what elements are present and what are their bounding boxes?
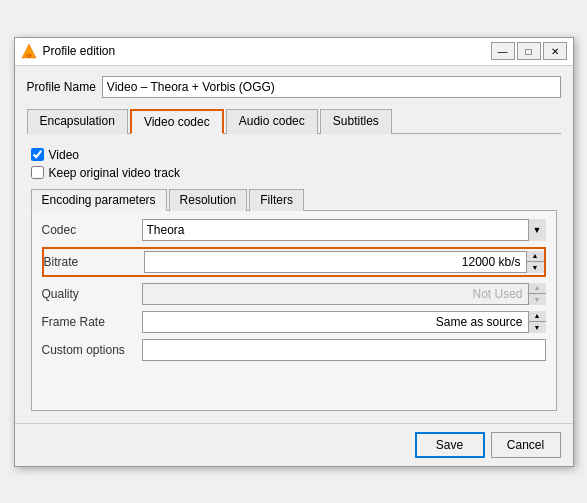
tab-encapsulation[interactable]: Encapsulation: [27, 109, 128, 134]
quality-label: Quality: [42, 287, 142, 301]
codec-select-wrapper: Theora ▼: [142, 219, 546, 241]
quality-input: [142, 283, 546, 305]
sub-tab-resolution[interactable]: Resolution: [169, 189, 248, 211]
tab-video-codec[interactable]: Video codec: [130, 109, 224, 134]
bitrate-down-button[interactable]: ▼: [527, 262, 544, 273]
quality-row: Quality ▲ ▼: [42, 283, 546, 305]
custom-options-input[interactable]: [142, 339, 546, 361]
video-codec-panel: Video Keep original video track Encoding…: [27, 142, 561, 411]
encoding-params-section: Codec Theora ▼ Bitrate: [31, 211, 557, 411]
window-title: Profile edition: [43, 44, 491, 58]
cancel-button[interactable]: Cancel: [491, 432, 561, 458]
profile-name-row: Profile Name: [27, 76, 561, 98]
framerate-spin-buttons: ▲ ▼: [528, 311, 546, 333]
main-tabs: Encapsulation Video codec Audio codec Su…: [27, 108, 561, 134]
profile-name-label: Profile Name: [27, 80, 96, 94]
video-checkbox[interactable]: [31, 148, 44, 161]
framerate-down-button[interactable]: ▼: [529, 322, 546, 333]
keep-original-checkbox[interactable]: [31, 166, 44, 179]
framerate-input[interactable]: [142, 311, 546, 333]
framerate-up-button[interactable]: ▲: [529, 311, 546, 323]
codec-label: Codec: [42, 223, 142, 237]
profile-name-input[interactable]: [102, 76, 561, 98]
tab-subtitles[interactable]: Subtitles: [320, 109, 392, 134]
vlc-icon: [21, 43, 37, 59]
profile-edition-window: Profile edition — □ ✕ Profile Name Encap…: [14, 37, 574, 467]
maximize-button[interactable]: □: [517, 42, 541, 60]
sub-tabs: Encoding parameters Resolution Filters: [31, 188, 557, 211]
custom-options-row: Custom options: [42, 339, 546, 361]
video-checkbox-label[interactable]: Video: [49, 148, 79, 162]
keep-original-label[interactable]: Keep original video track: [49, 166, 180, 180]
svg-rect-2: [27, 56, 31, 58]
minimize-button[interactable]: —: [491, 42, 515, 60]
bitrate-label: Bitrate: [44, 255, 144, 269]
bitrate-spinbox: ▲ ▼: [144, 251, 544, 273]
sub-tab-encoding[interactable]: Encoding parameters: [31, 189, 167, 211]
footer: Save Cancel: [15, 423, 573, 466]
framerate-label: Frame Rate: [42, 315, 142, 329]
window-controls: — □ ✕: [491, 42, 567, 60]
bitrate-highlight-box: Bitrate ▲ ▼: [42, 247, 546, 277]
custom-options-label: Custom options: [42, 343, 142, 357]
quality-up-button[interactable]: ▲: [529, 283, 546, 295]
svg-rect-1: [26, 54, 32, 56]
main-content: Profile Name Encapsulation Video codec A…: [15, 66, 573, 423]
quality-spin-buttons: ▲ ▼: [528, 283, 546, 305]
bitrate-row: Bitrate ▲ ▼: [44, 249, 544, 275]
bitrate-spin-buttons: ▲ ▼: [526, 251, 544, 273]
quality-down-button[interactable]: ▼: [529, 294, 546, 305]
bitrate-input[interactable]: [144, 251, 544, 273]
title-bar: Profile edition — □ ✕: [15, 38, 573, 66]
bitrate-up-button[interactable]: ▲: [527, 251, 544, 263]
framerate-spinbox: ▲ ▼: [142, 311, 546, 333]
quality-spinbox: ▲ ▼: [142, 283, 546, 305]
codec-row: Codec Theora ▼: [42, 219, 546, 241]
video-checkbox-row: Video: [31, 148, 557, 162]
close-button[interactable]: ✕: [543, 42, 567, 60]
tab-audio-codec[interactable]: Audio codec: [226, 109, 318, 134]
sub-tab-filters[interactable]: Filters: [249, 189, 304, 211]
framerate-row: Frame Rate ▲ ▼: [42, 311, 546, 333]
save-button[interactable]: Save: [415, 432, 485, 458]
keep-original-row: Keep original video track: [31, 166, 557, 180]
codec-select[interactable]: Theora: [142, 219, 546, 241]
